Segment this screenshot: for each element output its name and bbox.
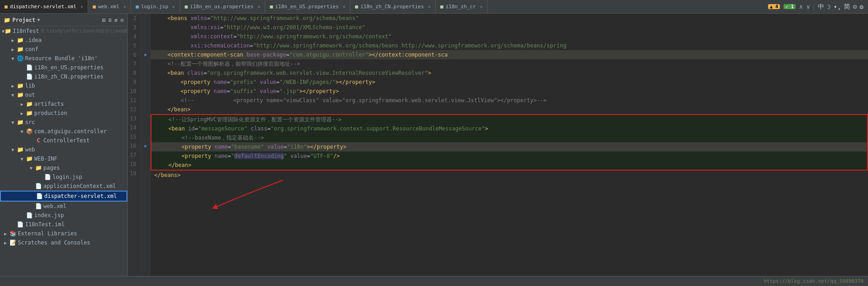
- tree-item-ext-libs[interactable]: ▶ 📚 External Libraries: [0, 229, 127, 238]
- tree-item-iml[interactable]: ▶ 📄 I18nTest.iml: [0, 220, 127, 229]
- properties-file-icon3: ■: [355, 4, 358, 10]
- code-col[interactable]: <beans xmlns="http://www.springframework…: [151, 14, 868, 276]
- code-line-7: <!--配置一个视图解析器，能帮我们拼接页面地址-->: [151, 59, 868, 68]
- tree-item-i18n-zh[interactable]: ▶ 📄 i18n_zh_CN.properties: [0, 72, 127, 81]
- dropdown-icon[interactable]: ▼: [37, 17, 40, 22]
- tab-i18n-en-US[interactable]: ■ i18n_en_US.properties ✕: [265, 0, 350, 13]
- tab-close-dispatcher[interactable]: ✕: [80, 4, 83, 9]
- folder-icon-webinf: 📁: [26, 155, 33, 162]
- ok-badge: ✓ 1: [784, 4, 795, 9]
- nav-up-btn[interactable]: ∧: [799, 3, 803, 10]
- tree-item-webxml[interactable]: ▶ 📄 web.xml: [0, 202, 127, 211]
- tree-item-webinf[interactable]: ▼ 📁 WEB-INF: [0, 154, 127, 163]
- sidebar-action-1[interactable]: ⊞: [102, 17, 105, 23]
- code-line-15: <!--baseName，指定基础名-->: [152, 133, 867, 142]
- sidebar-action-2[interactable]: ≡: [108, 17, 111, 23]
- ln-4: 4: [128, 32, 138, 41]
- tab-i18n-en-us[interactable]: ■ i18n_en_us.properties ✕: [180, 0, 266, 13]
- ln-10: 10: [128, 87, 138, 96]
- tab-close-web[interactable]: ✕: [123, 4, 126, 9]
- sidebar-project-title: Project: [12, 17, 36, 23]
- tab-login-jsp[interactable]: ■ login.jsp ✕: [131, 0, 180, 13]
- folder-icon-ext-libs: 📚: [9, 230, 16, 237]
- gc-2: [141, 14, 150, 23]
- cn-label-gear[interactable]: ⚙: [860, 3, 863, 10]
- sidebar-header-actions: ⊞ ≡ ⇄ ⚙: [102, 17, 124, 23]
- ln-17: 17: [128, 151, 138, 160]
- ln-2: 2: [128, 14, 138, 23]
- tree-item-rb[interactable]: ▼ 🌐 Resource Bundle 'i18n': [0, 54, 127, 63]
- arrow-src: ▼: [9, 119, 16, 126]
- tree-item-lib[interactable]: ▶ 📁 lib: [0, 81, 127, 90]
- folder-icon-production: 📁: [26, 109, 33, 117]
- cn-label-smile[interactable]: ☺: [853, 3, 857, 10]
- gc-3: [141, 23, 150, 32]
- gc-9: [141, 78, 150, 87]
- tree-label-index-jsp: index.jsp: [34, 212, 64, 218]
- folder-icon-web: 📁: [16, 146, 24, 153]
- gc-10: [141, 87, 150, 96]
- tab-label: i18n_en_US.properties: [275, 4, 339, 10]
- tab-label: login.jsp: [141, 4, 168, 10]
- cn-label-dot[interactable]: •,: [833, 3, 841, 10]
- ln-18: 18: [128, 160, 138, 169]
- tab-dispatcher-servlet[interactable]: ■ dispatcher-servlet.xml ✕: [0, 0, 88, 13]
- tab-i18n-zh-cr[interactable]: ■ i18n_zh_cr ✕: [436, 0, 488, 13]
- tree-item-index-jsp[interactable]: ▶ 📄 index.jsp: [0, 211, 127, 220]
- tab-close-login[interactable]: ✕: [173, 4, 175, 9]
- cn-label-jian[interactable]: 简: [844, 3, 850, 11]
- sidebar-action-4[interactable]: ⚙: [120, 17, 124, 23]
- xml-file-icon2: ■: [93, 4, 96, 10]
- tree-item-conf[interactable]: ▶ 📁 conf: [0, 45, 127, 54]
- arrow-pages: ▼: [27, 164, 35, 172]
- code-line-9: <property name="prefix" value="/WEB-INF/…: [151, 78, 868, 87]
- tree-item-src[interactable]: ▼ 📁 src: [0, 118, 127, 127]
- arrow-web: ▼: [9, 146, 16, 153]
- tab-label: i18n_zh_CN.properties: [361, 4, 424, 10]
- xml-icon-appctx: 📄: [35, 182, 42, 190]
- tree-item-login-jsp[interactable]: ▶ 📄 login.jsp: [0, 172, 127, 182]
- tab-close-i18n-en-US[interactable]: ✕: [343, 4, 345, 9]
- ln-19: 19: [128, 169, 138, 178]
- nav-down-btn[interactable]: ∨: [806, 3, 810, 10]
- folder-icon-idea: 📁: [16, 36, 24, 44]
- status-url: https://blog.csdn.net/qq_56890370: [763, 278, 863, 284]
- cn-label-zhong[interactable]: 中: [818, 3, 824, 11]
- tree-item-out[interactable]: ▼ 📁 out: [0, 90, 127, 99]
- tree-item-scratches[interactable]: ▶ 📝 Scratches and Consoles: [0, 238, 127, 247]
- tree-item-appctx[interactable]: ▶ 📄 applicationContext.xml: [0, 182, 127, 191]
- xml-file-icon: ■: [5, 4, 8, 10]
- warning-badge: ▲ 4: [768, 4, 780, 9]
- tree-item-web[interactable]: ▼ 📁 web: [0, 145, 127, 154]
- tree-item-package[interactable]: ▼ 📦 com.atguigu.controller: [0, 127, 127, 136]
- tab-label: i18n_zh_cr: [445, 4, 476, 10]
- cn-label-moon[interactable]: ☽: [827, 3, 831, 10]
- tab-close-i18n-en-us[interactable]: ✕: [257, 4, 260, 9]
- gc-6: ▶: [141, 50, 150, 59]
- ln-15: 15: [128, 132, 138, 141]
- tree-item-production[interactable]: ▶ 📁 production: [0, 109, 127, 118]
- tab-close-i18n-zh-cr[interactable]: ✕: [480, 4, 483, 9]
- rb-icon: 🌐: [16, 55, 24, 62]
- tree-item-artifacts[interactable]: ▶ 📁 artifacts: [0, 99, 127, 109]
- tree-item-root[interactable]: ▼ 📁 I18nTest D:\study\offer\Java\尚硅谷\jav…: [0, 26, 127, 36]
- ln-12: 12: [128, 105, 138, 114]
- sidebar-action-3[interactable]: ⇄: [115, 17, 118, 23]
- tree-item-i18n-en[interactable]: ▶ 📄 i18n_en_US.properties: [0, 63, 127, 72]
- tab-close-i18n-zh-CN[interactable]: ✕: [428, 4, 431, 9]
- cn-toolbar: 中 ☽ •, 简 ☺ ⚙: [818, 3, 863, 11]
- tree-label-appctx: applicationContext.xml: [43, 183, 116, 189]
- tab-bar: ■ dispatcher-servlet.xml ✕ ■ web.xml ✕ ■…: [0, 0, 868, 14]
- tree-item-pages[interactable]: ▼ 📁 pages: [0, 163, 127, 172]
- folder-icon-artifacts: 📁: [26, 100, 33, 108]
- tree-item-controller[interactable]: ▶ C ControllerTest: [0, 136, 127, 145]
- tree-item-idea[interactable]: ▶ 📁 .idea: [0, 36, 127, 45]
- jsp-file-icon: ■: [136, 4, 139, 10]
- code-line-8: <bean class="org.springframework.web.ser…: [151, 68, 868, 78]
- ln-11: 11: [128, 96, 138, 105]
- tree-item-dispatcher[interactable]: ▶ 📄 dispatcher-servlet.xml: [0, 191, 127, 202]
- tab-i18n-zh-CN[interactable]: ■ i18n_zh_CN.properties ✕: [350, 0, 436, 13]
- tab-web-xml[interactable]: ■ web.xml ✕: [88, 0, 131, 13]
- tree-label-webinf: WEB-INF: [34, 156, 58, 162]
- ln-3: 3: [128, 23, 138, 32]
